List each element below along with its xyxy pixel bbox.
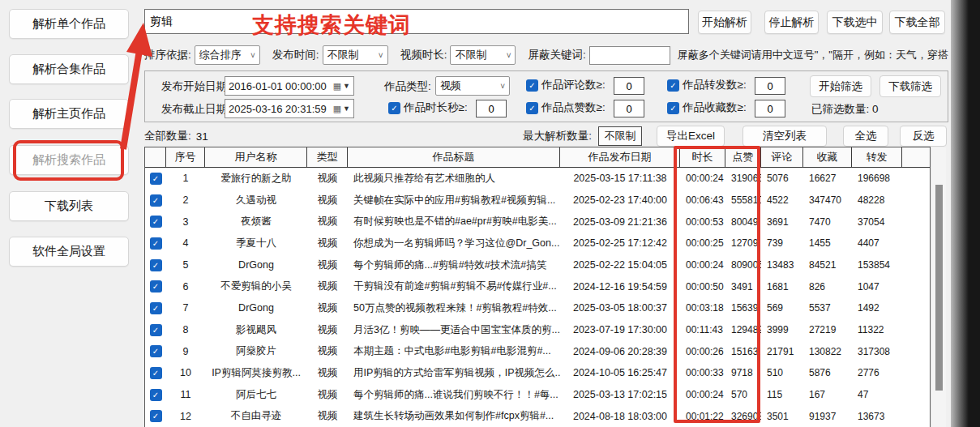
col-header-likes[interactable]: 点赞 <box>725 147 761 168</box>
row-checkbox[interactable] <box>150 345 162 357</box>
sidebar-item-settings[interactable]: 软件全局设置 <box>9 237 129 267</box>
row-checkbox[interactable] <box>150 259 162 271</box>
cell-type: 视频 <box>307 215 348 228</box>
video-duration-label: 视频时长: <box>400 48 447 62</box>
cell-title: 50万点赞的视频教程来辣！#剪辑教程#特效... <box>348 301 560 315</box>
work-type-select[interactable]: 视频 ˅ <box>435 76 510 96</box>
cell-favorites: 27219 <box>803 324 852 335</box>
table-row[interactable]: 2久遇动视视频关键帧在实际中的应用#剪辑教程#视频剪辑...2025-02-23… <box>145 190 930 211</box>
scrollbar-thumb[interactable] <box>935 185 943 391</box>
invert-selection-button[interactable]: 反选 <box>900 126 947 147</box>
cell-likes: 129482 <box>725 324 761 335</box>
table-row[interactable]: 7DrGong视频50万点赞的视频教程来辣！#剪辑教程#特效...2025-03… <box>145 297 930 319</box>
row-checkbox[interactable] <box>150 194 162 207</box>
block-keyword-label: 屏蔽关键词: <box>528 48 585 62</box>
cell-num: 3 <box>166 216 205 228</box>
cell-shares: 196698 <box>852 173 902 184</box>
min-duration-input[interactable] <box>476 100 507 117</box>
min-likes-input[interactable] <box>614 100 644 117</box>
col-header-shares[interactable]: 转发 <box>852 147 902 168</box>
cell-likes: 9718 <box>725 367 761 378</box>
cell-shares: 1492 <box>852 302 902 314</box>
row-checkbox-cell <box>145 345 166 357</box>
table-row[interactable]: 5DrGong视频每个剪辑师的痛...#剪辑#特效#技术流#搞笑2025-02-… <box>145 254 930 276</box>
max-parse-input[interactable]: 不限制 <box>598 126 642 146</box>
row-checkbox[interactable] <box>150 280 162 292</box>
end-date-input[interactable]: 2025-03-16 20:31:59 ▦ ▼ <box>225 99 354 118</box>
row-checkbox-cell <box>145 324 166 336</box>
row-checkbox[interactable] <box>150 216 162 228</box>
min-duration-label: 作品时长秒≥: <box>404 100 468 115</box>
min-favorites-label: 作品收藏数≥: <box>683 100 747 115</box>
col-header-num[interactable]: 序号 <box>166 147 205 168</box>
export-excel-button[interactable]: 导出Excel <box>657 126 725 147</box>
table-row[interactable]: 3夜烦酱视频有时候剪映也是不错的#ae#pr#剪映#电影美...2025-03-… <box>145 211 930 233</box>
col-header-duration[interactable]: 时长 <box>680 147 725 168</box>
publish-time-label: 发布时间: <box>272 48 319 62</box>
start-date-input[interactable]: 2016-01-01 00:00:00 ▦ ▼ <box>225 76 354 96</box>
row-checkbox-cell <box>145 259 166 271</box>
cell-type: 视频 <box>307 388 348 402</box>
cell-date: 2025-03-09 21:21:36 <box>560 216 680 228</box>
cell-date: 2024-08-18 18:03:00 <box>560 411 680 422</box>
sidebar-item-single[interactable]: 解析单个作品 <box>9 9 129 39</box>
min-comments-checkbox[interactable]: 作品评论数≥: <box>526 78 606 92</box>
cell-shares: 11322 <box>852 324 902 335</box>
row-checkbox[interactable] <box>150 389 162 401</box>
min-favorites-input[interactable] <box>755 100 785 117</box>
block-keyword-input[interactable] <box>589 46 670 65</box>
sort-select[interactable]: 综合排序 ˅ <box>195 45 260 65</box>
table-row[interactable]: 12不自由寻迹视频建筑生长转场动画效果如何制作#fcpx剪辑#...2024-0… <box>145 405 930 427</box>
min-favorites-checkbox[interactable]: 作品收藏数≥: <box>667 100 747 115</box>
row-checkbox[interactable] <box>150 302 162 314</box>
col-header-date[interactable]: 作品发布日期 <box>560 147 680 168</box>
cell-duration: 00:11:43 <box>680 324 725 335</box>
download-selected-button[interactable]: 下载选中 <box>827 11 883 34</box>
table-row[interactable]: 6不爱剪辑的小吴视频干剪辑没有前途#剪辑#剪辑不易#传媒行业#...2024-1… <box>145 275 930 297</box>
table-row[interactable]: 9阿燊胶片视频本期主题：中式电影#电影剪辑#电影混剪#...2024-09-06… <box>145 340 930 362</box>
sidebar-item-search[interactable]: 解析搜索作品 <box>9 145 129 175</box>
col-header-title[interactable]: 作品标题 <box>348 147 560 168</box>
filtered-count-value: 0 <box>872 103 879 115</box>
search-input[interactable] <box>144 9 689 34</box>
table-row[interactable]: 1爱旅行的新之助视频此视频只推荐给有艺术细胞的人2025-03-15 17:11… <box>145 168 930 190</box>
table-row[interactable]: 4季夏十八视频你想成为一名剪辑师吗？学习这位@Dr_Gon...2025-02-… <box>145 233 930 254</box>
col-header-type[interactable]: 类型 <box>307 147 348 168</box>
sidebar-item-collection[interactable]: 解析合集作品 <box>9 54 129 84</box>
table-row[interactable]: 11阿后七七视频每个剪辑师的痛...谁说我们剪映不行！！#每...2025-03… <box>145 384 930 406</box>
row-checkbox[interactable] <box>150 173 162 185</box>
download-filter-button[interactable]: 下载筛选 <box>879 75 941 97</box>
start-parse-button[interactable]: 开始解析 <box>698 11 751 34</box>
min-shares-input[interactable] <box>755 77 785 95</box>
start-filter-button[interactable]: 开始筛选 <box>810 75 871 97</box>
min-likes-checkbox[interactable]: 作品点赞数≥: <box>526 100 606 115</box>
table-row[interactable]: 10IP剪辑阿莫接剪教...视频用IP剪辑的方式给雷军剪辑视频，IP视频怎么..… <box>145 362 930 384</box>
publish-time-select[interactable]: 不限制 ˅ <box>323 45 388 65</box>
cell-user: DrGong <box>205 302 307 314</box>
cell-favorites: 84521 <box>803 259 852 271</box>
row-checkbox[interactable] <box>150 237 162 250</box>
sidebar-item-homepage[interactable]: 解析主页作品 <box>9 99 129 129</box>
video-duration-select[interactable]: 不限制 ˅ <box>450 45 516 65</box>
min-comments-input[interactable] <box>614 77 644 95</box>
table-row[interactable]: 8影视飓风视频月活3亿！剪映——更适合中国宝宝体质的剪...2023-07-19… <box>145 319 930 341</box>
download-all-button[interactable]: 下载全部 <box>889 11 945 34</box>
row-checkbox[interactable] <box>150 410 162 422</box>
sidebar-item-download-list[interactable]: 下载列表 <box>9 191 129 221</box>
cell-type: 视频 <box>307 344 348 358</box>
checkbox-checked-icon <box>388 102 400 114</box>
col-header-user[interactable]: 用户名称 <box>205 147 307 168</box>
cell-type: 视频 <box>307 409 348 423</box>
col-header-favorites[interactable]: 收藏 <box>803 147 852 168</box>
min-shares-checkbox[interactable]: 作品转发数≥: <box>667 78 747 92</box>
stop-parse-button[interactable]: 停止解析 <box>764 11 819 34</box>
row-checkbox[interactable] <box>150 367 162 379</box>
col-header-comments[interactable]: 评论 <box>761 147 803 168</box>
table-scrollbar[interactable] <box>932 147 946 427</box>
row-checkbox[interactable] <box>150 324 162 336</box>
cell-shares: 13673 <box>852 411 902 422</box>
select-all-button[interactable]: 全选 <box>843 126 888 147</box>
clear-list-button[interactable]: 清空列表 <box>742 126 827 147</box>
cell-type: 视频 <box>307 280 348 293</box>
min-duration-checkbox[interactable]: 作品时长秒≥: <box>388 100 468 115</box>
